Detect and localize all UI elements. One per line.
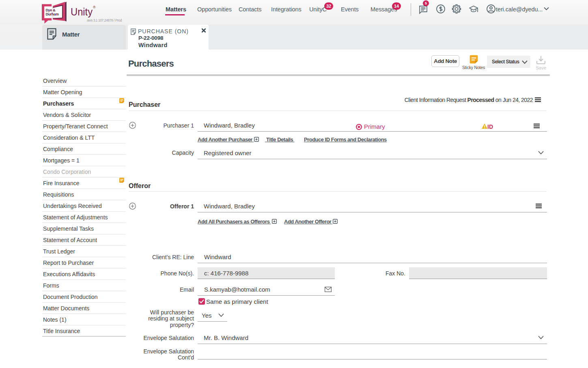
svg-text:Durham: Durham	[45, 12, 59, 16]
svg-text:Dye &: Dye &	[45, 8, 56, 12]
